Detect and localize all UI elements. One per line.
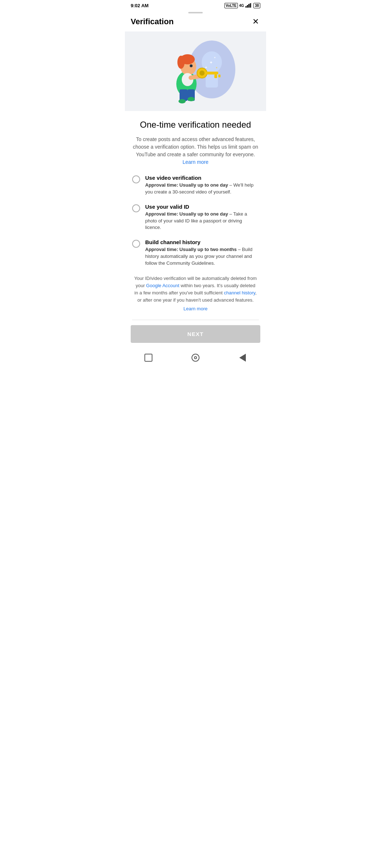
option-video-item[interactable]: Use video verification Approval time: Us… <box>132 175 259 196</box>
radio-id[interactable] <box>132 204 140 212</box>
options-list: Use video verification Approval time: Us… <box>132 175 259 267</box>
option-video-detail: Approval time: Usually up to one day – W… <box>145 182 259 196</box>
svg-text:✦: ✦ <box>214 56 216 59</box>
channel-history-link[interactable]: channel history <box>224 290 255 295</box>
status-bar: 9:02 AM VoLTE 4G 38 <box>125 0 266 10</box>
option-history-title: Build channel history <box>145 239 259 245</box>
battery-icon: 38 <box>253 3 260 8</box>
nav-circle-inner-icon <box>194 356 197 359</box>
svg-rect-25 <box>206 72 218 75</box>
svg-rect-1 <box>247 5 248 8</box>
svg-rect-0 <box>245 6 247 8</box>
illustration-area: ✦ ✦ ✦ ✦ ✦ <box>125 31 266 111</box>
status-icons: VoLTE 4G 38 <box>224 3 260 8</box>
svg-rect-27 <box>218 75 220 77</box>
main-title: One-time verification needed <box>132 120 259 130</box>
network-icon: VoLTE <box>224 3 237 8</box>
status-time: 9:02 AM <box>131 3 148 8</box>
signal-bars-icon <box>245 3 252 8</box>
option-history-item[interactable]: Build channel history Approval time: Usu… <box>132 239 259 267</box>
signal-4g-icon: 4G <box>239 4 244 8</box>
option-id-title: Use your valid ID <box>145 204 259 210</box>
description-learn-more-link[interactable]: Learn more <box>182 159 209 165</box>
radio-history[interactable] <box>132 240 140 248</box>
description-text: To create posts and access other advance… <box>132 136 259 166</box>
svg-rect-4 <box>251 3 252 8</box>
nav-triangle-icon <box>239 354 246 362</box>
svg-text:✦: ✦ <box>215 66 218 69</box>
svg-point-20 <box>178 99 186 103</box>
option-history-detail: Approval time: Usually up to two months … <box>145 246 259 267</box>
svg-point-29 <box>190 65 192 67</box>
svg-text:✦: ✦ <box>209 60 213 65</box>
next-button-container: NEXT <box>125 320 266 348</box>
footer-note: Your ID/video verification will be autom… <box>132 275 259 320</box>
nav-home-icon[interactable] <box>191 353 200 362</box>
svg-text:✦: ✦ <box>208 75 210 77</box>
verification-illustration: ✦ ✦ ✦ ✦ ✦ <box>145 37 246 109</box>
option-id-item[interactable]: Use your valid ID Approval time: Usually… <box>132 204 259 231</box>
option-id-detail: Approval time: Usually up to one day – T… <box>145 211 259 231</box>
option-video-title: Use video verification <box>145 175 259 181</box>
radio-video[interactable] <box>132 175 140 183</box>
svg-rect-3 <box>250 3 251 8</box>
close-button[interactable]: ✕ <box>251 16 260 27</box>
nav-back-icon[interactable] <box>144 353 153 362</box>
svg-rect-2 <box>248 4 249 8</box>
svg-point-24 <box>199 71 205 76</box>
page-title: Verification <box>131 17 174 26</box>
next-button[interactable]: NEXT <box>131 325 260 343</box>
option-id-text: Use your valid ID Approval time: Usually… <box>145 204 259 231</box>
option-video-text: Use video verification Approval time: Us… <box>145 175 259 196</box>
nav-circle-icon <box>192 354 199 362</box>
header: Verification ✕ <box>125 13 266 31</box>
svg-point-21 <box>188 97 195 101</box>
svg-rect-18 <box>180 89 188 101</box>
nav-bar <box>125 348 266 369</box>
footer-learn-more-link[interactable]: Learn more <box>134 305 257 312</box>
main-content: One-time verification needed To create p… <box>125 111 266 320</box>
google-account-link[interactable]: Google Account <box>146 283 180 288</box>
svg-rect-26 <box>214 75 217 78</box>
nav-recent-icon[interactable] <box>238 353 247 362</box>
nav-square-icon <box>144 354 152 362</box>
svg-point-16 <box>177 56 185 69</box>
option-history-text: Build channel history Approval time: Usu… <box>145 239 259 267</box>
